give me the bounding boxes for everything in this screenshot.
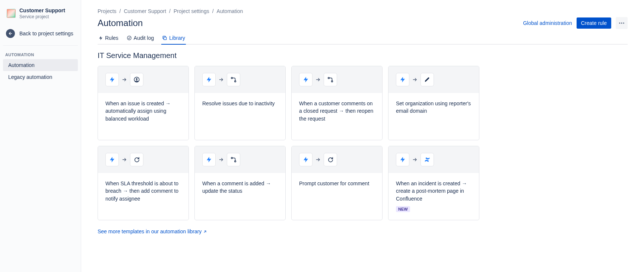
- card-icon-row: [292, 66, 382, 93]
- project-type: Service project: [19, 14, 65, 19]
- sidebar: Customer Support Service project Back to…: [0, 0, 81, 272]
- project-header: Customer Support Service project: [0, 7, 81, 26]
- see-more-templates-link[interactable]: See more templates in our automation lib…: [98, 228, 207, 234]
- main-content: Projects / Customer Support / Project se…: [81, 0, 644, 272]
- bolt-icon: [396, 153, 409, 166]
- card-icon-row: [195, 146, 285, 173]
- arrow-right-icon: [219, 157, 224, 162]
- bolt-icon: [299, 153, 313, 166]
- refresh-icon: [130, 153, 143, 166]
- card-description: When a customer comments on a closed req…: [299, 100, 375, 122]
- svg-line-22: [204, 231, 206, 233]
- card-icon-row: [292, 146, 382, 173]
- bolt-icon: [202, 73, 216, 86]
- global-administration-link[interactable]: Global administration: [523, 20, 572, 26]
- card-description: Prompt customer for comment: [299, 180, 375, 187]
- card-description: When an incident is created → create a p…: [396, 180, 472, 202]
- bolt-icon: [202, 153, 216, 166]
- create-rule-button[interactable]: Create rule: [577, 17, 611, 29]
- check-circle-icon: [127, 35, 132, 41]
- arrow-right-icon: [315, 77, 321, 82]
- breadcrumb-item[interactable]: Projects: [98, 8, 117, 14]
- card-description: When SLA threshold is about to breach → …: [105, 180, 181, 202]
- arrow-left-icon: [6, 29, 15, 38]
- bolt-icon: [105, 73, 119, 86]
- card-description: When a comment is added → update the sta…: [202, 180, 278, 195]
- tab-audit-log[interactable]: Audit log: [126, 33, 155, 45]
- bolt-icon: [396, 73, 409, 86]
- template-card[interactable]: When an issue is created → automatically…: [98, 66, 189, 140]
- back-to-project-settings-link[interactable]: Back to project settings: [0, 26, 81, 41]
- card-icon-row: [195, 66, 285, 93]
- branch-icon: [324, 73, 337, 86]
- template-card[interactable]: When an incident is created → create a p…: [388, 146, 479, 220]
- page-title: Automation: [98, 18, 143, 28]
- svg-point-1: [619, 23, 620, 24]
- tabs: Rules Audit log Library: [98, 33, 628, 45]
- breadcrumb-item[interactable]: Automation: [217, 8, 243, 14]
- sidebar-item-label: Automation: [8, 62, 35, 68]
- template-card[interactable]: When SLA threshold is about to breach → …: [98, 146, 189, 220]
- template-card[interactable]: Prompt customer for comment: [291, 146, 383, 220]
- breadcrumb-sep: /: [212, 8, 214, 14]
- sidebar-item-label: Legacy automation: [8, 74, 52, 80]
- arrow-right-icon: [219, 77, 224, 82]
- divider: [3, 45, 78, 46]
- back-link-label: Back to project settings: [19, 31, 73, 36]
- more-actions-button[interactable]: [616, 17, 628, 29]
- sidebar-item-legacy-automation[interactable]: Legacy automation: [3, 71, 78, 83]
- arrow-right-icon: [412, 77, 418, 82]
- card-icon-row: [388, 146, 479, 173]
- bolt-icon: [299, 73, 313, 86]
- tab-library[interactable]: Library: [161, 33, 186, 45]
- template-card[interactable]: When a customer comments on a closed req…: [291, 66, 383, 140]
- tab-label: Library: [169, 35, 185, 41]
- card-icon-row: [98, 66, 188, 93]
- svg-point-8: [136, 78, 138, 80]
- breadcrumb: Projects / Customer Support / Project se…: [98, 8, 628, 14]
- refresh-icon: [324, 153, 337, 166]
- branch-icon: [227, 73, 240, 86]
- confluence-icon: [421, 153, 434, 166]
- bolt-icon: [98, 36, 103, 41]
- card-description: Resolve issues due to inactivity: [202, 100, 278, 107]
- pencil-icon: [421, 73, 434, 86]
- branch-icon: [227, 153, 240, 166]
- new-badge: NEW: [396, 206, 410, 212]
- breadcrumb-item[interactable]: Customer Support: [124, 8, 166, 14]
- template-card[interactable]: When a comment is added → update the sta…: [194, 146, 286, 220]
- card-description: When an issue is created → automatically…: [105, 100, 181, 122]
- arrow-right-icon: [122, 157, 127, 162]
- arrow-right-icon: [412, 157, 418, 162]
- template-card[interactable]: Resolve issues due to inactivity: [194, 66, 286, 140]
- tab-label: Audit log: [134, 35, 154, 41]
- breadcrumb-sep: /: [120, 8, 121, 14]
- card-description: Set organization using reporter's email …: [396, 100, 472, 115]
- arrow-right-icon: [315, 157, 321, 162]
- tab-label: Rules: [105, 35, 118, 41]
- card-icon-row: [388, 66, 479, 93]
- arrow-right-icon: [122, 77, 127, 82]
- external-link-icon: [203, 230, 207, 234]
- header-actions: Global administration Create rule: [523, 17, 628, 29]
- sidebar-section-label: AUTOMATION: [0, 49, 81, 59]
- card-icon-row: [98, 146, 188, 173]
- svg-rect-5: [164, 37, 166, 40]
- see-more-label: See more templates in our automation lib…: [98, 228, 202, 234]
- person-circle-icon: [130, 73, 143, 86]
- bolt-icon: [105, 153, 119, 166]
- page-header: Automation Global administration Create …: [98, 17, 628, 29]
- template-card[interactable]: Set organization using reporter's email …: [388, 66, 479, 140]
- more-horizontal-icon: [618, 20, 625, 26]
- copy-icon: [162, 35, 167, 41]
- project-name: Customer Support: [19, 7, 65, 13]
- svg-point-3: [623, 23, 624, 24]
- svg-point-4: [127, 36, 131, 40]
- template-card-grid: When an issue is created → automatically…: [98, 66, 628, 220]
- project-avatar-icon: [7, 9, 16, 18]
- sidebar-item-automation[interactable]: Automation: [3, 59, 78, 71]
- tab-rules[interactable]: Rules: [98, 33, 119, 45]
- svg-point-2: [621, 23, 622, 24]
- breadcrumb-item[interactable]: Project settings: [174, 8, 209, 14]
- section-title: IT Service Management: [98, 51, 628, 60]
